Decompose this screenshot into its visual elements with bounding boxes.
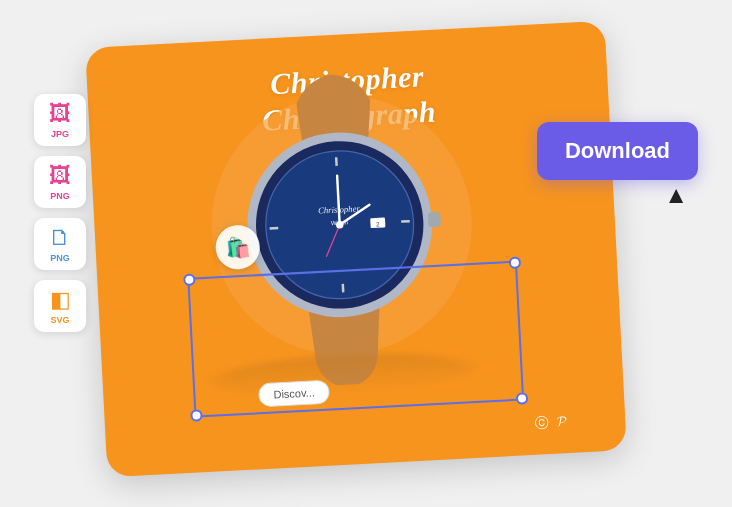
png-file-icon: 🖼: [49, 163, 71, 189]
png2-file-icon: 🗋: [49, 225, 71, 251]
selection-box: [187, 260, 524, 417]
pinterest-icon[interactable]: 𝓟: [556, 413, 566, 431]
svg-text:Watch: Watch: [331, 218, 349, 226]
svg-file-icon: ◧: [50, 287, 71, 313]
png-label: PNG: [50, 191, 70, 201]
download-button[interactable]: Download: [537, 122, 698, 180]
instagram-icon[interactable]: ⓒ: [534, 414, 549, 433]
handle-bottom-left: [190, 409, 203, 422]
svg-format-icon[interactable]: ◧ SVG: [34, 280, 86, 332]
cursor-pointer: ▲: [664, 182, 688, 209]
handle-top-left: [183, 273, 196, 286]
handle-bottom-right: [516, 392, 529, 405]
scene: Christopher Chronograph: [16, 14, 716, 494]
jpg-label: JPG: [51, 129, 69, 139]
jpg-file-icon: 🖼: [49, 101, 71, 127]
design-card: Christopher Chronograph: [85, 20, 627, 477]
jpg-format-icon[interactable]: 🖼 JPG: [34, 94, 86, 146]
social-icons: ⓒ 𝓟: [534, 413, 566, 433]
svg-text:Christopher: Christopher: [318, 203, 361, 215]
handle-top-right: [509, 256, 522, 269]
svg-rect-11: [428, 212, 441, 227]
png-format-icon[interactable]: 🖼 PNG: [34, 156, 86, 208]
png2-label: PNG: [50, 253, 70, 263]
svg-label: SVG: [50, 315, 69, 325]
png2-format-icon[interactable]: 🗋 PNG: [34, 218, 86, 270]
format-icons-list: 🖼 JPG 🖼 PNG 🗋 PNG ◧ SVG: [34, 94, 86, 332]
discover-button[interactable]: Discov...: [258, 379, 331, 407]
